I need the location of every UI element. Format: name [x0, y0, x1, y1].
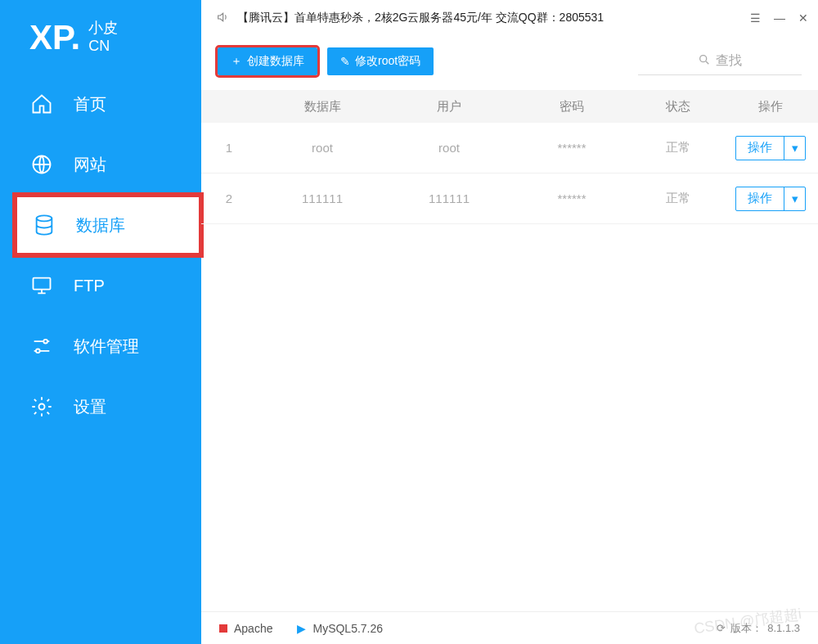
svg-point-3: [43, 340, 47, 344]
create-database-button[interactable]: ＋ 创建数据库: [218, 47, 317, 75]
modify-root-label: 修改root密码: [355, 54, 420, 69]
minimize-icon[interactable]: —: [774, 11, 785, 25]
cell-user: 111111: [388, 191, 510, 205]
sidebar-item-settings[interactable]: 设置: [0, 376, 201, 437]
sidebar: XP. 小皮 CN 首页 网站: [0, 0, 201, 644]
logo: XP. 小皮 CN: [0, 0, 201, 74]
sidebar-item-ftp[interactable]: FTP: [0, 255, 201, 316]
search-icon: [698, 53, 711, 70]
status-mysql[interactable]: ▶ MySQL5.7.26: [297, 622, 383, 635]
version-value: 8.1.1.3: [767, 622, 800, 634]
titlebar-text[interactable]: 【腾讯云】首单特惠秒杀，2核2G云服务器45元/年 交流QQ群：2805531: [237, 11, 750, 25]
running-indicator-icon: ▶: [297, 622, 306, 635]
stopped-indicator-icon: [219, 624, 227, 633]
table-header: 数据库 用户 密码 状态 操作: [201, 90, 818, 123]
caret-down-icon: ▾: [784, 137, 805, 160]
cell-db: root: [257, 141, 388, 155]
search-placeholder: 查找: [716, 52, 742, 70]
caret-down-icon: ▾: [784, 187, 805, 210]
create-db-label: 创建数据库: [247, 54, 304, 69]
refresh-icon[interactable]: ⟳: [717, 622, 726, 634]
sidebar-item-database[interactable]: 数据库: [17, 197, 199, 253]
svg-point-1: [37, 215, 52, 221]
home-icon: [29, 92, 54, 115]
globe-icon: [29, 153, 54, 176]
monitor-icon: [29, 274, 54, 297]
cell-idx: 1: [201, 141, 257, 155]
pencil-icon: ✎: [340, 55, 350, 68]
table-row: 2 111111 111111 ****** 正常 操作 ▾: [201, 173, 818, 224]
cell-user: root: [388, 141, 510, 155]
speaker-icon: [216, 11, 229, 26]
sidebar-item-home[interactable]: 首页: [0, 74, 201, 134]
logo-main: XP.: [29, 18, 80, 57]
sidebar-item-label: 软件管理: [74, 336, 139, 358]
sidebar-item-label: 数据库: [76, 214, 125, 236]
col-db: 数据库: [257, 99, 388, 115]
modify-root-password-button[interactable]: ✎ 修改root密码: [327, 47, 434, 75]
col-user: 用户: [388, 99, 510, 115]
status-apache[interactable]: Apache: [219, 622, 272, 635]
cell-db: 111111: [257, 191, 388, 205]
sliders-icon: [29, 335, 54, 358]
table-row: 1 root root ****** 正常 操作 ▾: [201, 123, 818, 173]
row-action-label: 操作: [736, 187, 784, 210]
sidebar-item-label: 首页: [74, 93, 106, 115]
cell-status: 正常: [633, 191, 723, 206]
database-icon: [32, 214, 56, 236]
menu-icon[interactable]: ☰: [750, 11, 761, 25]
close-icon[interactable]: ✕: [798, 11, 808, 25]
version-info: ⟳ 版本： 8.1.1.3: [717, 621, 800, 636]
nav: 首页 网站 数据库 FTP: [0, 74, 201, 437]
sidebar-item-label: 网站: [74, 154, 106, 176]
cell-pwd: ******: [510, 191, 633, 205]
titlebar: 【腾讯云】首单特惠秒杀，2核2G云服务器45元/年 交流QQ群：2805531 …: [201, 0, 818, 36]
cell-idx: 2: [201, 191, 257, 205]
logo-line1: 小皮: [88, 20, 118, 38]
svg-point-4: [36, 349, 40, 354]
svg-point-5: [39, 404, 45, 410]
cell-status: 正常: [633, 140, 723, 155]
sidebar-active-highlight: 数据库: [15, 195, 201, 255]
search-input[interactable]: 查找: [638, 47, 802, 75]
sidebar-item-label: FTP: [74, 277, 105, 295]
status-apache-label: Apache: [234, 622, 272, 635]
svg-rect-2: [34, 278, 51, 290]
sidebar-item-website[interactable]: 网站: [0, 134, 201, 195]
row-action-button[interactable]: 操作 ▾: [735, 187, 806, 211]
row-action-button[interactable]: 操作 ▾: [735, 136, 806, 160]
version-label: 版本：: [730, 621, 762, 636]
main-content: 【腾讯云】首单特惠秒杀，2核2G云服务器45元/年 交流QQ群：2805531 …: [201, 0, 818, 644]
col-status: 状态: [633, 99, 723, 115]
plus-icon: ＋: [231, 54, 242, 69]
statusbar: Apache ▶ MySQL5.7.26 ⟳ 版本： 8.1.1.3: [201, 611, 818, 644]
row-action-label: 操作: [736, 137, 784, 160]
gear-icon: [29, 395, 54, 418]
col-pwd: 密码: [510, 99, 633, 115]
database-table: 数据库 用户 密码 状态 操作 1 root root ****** 正常 操作…: [201, 90, 818, 224]
svg-point-6: [700, 55, 707, 61]
col-action: 操作: [723, 99, 818, 115]
logo-line2: CN: [88, 38, 118, 56]
status-mysql-label: MySQL5.7.26: [312, 622, 383, 635]
sidebar-item-software[interactable]: 软件管理: [0, 316, 201, 376]
toolbar: ＋ 创建数据库 ✎ 修改root密码 查找: [201, 36, 818, 90]
sidebar-item-label: 设置: [74, 396, 106, 418]
cell-pwd: ******: [510, 141, 633, 155]
